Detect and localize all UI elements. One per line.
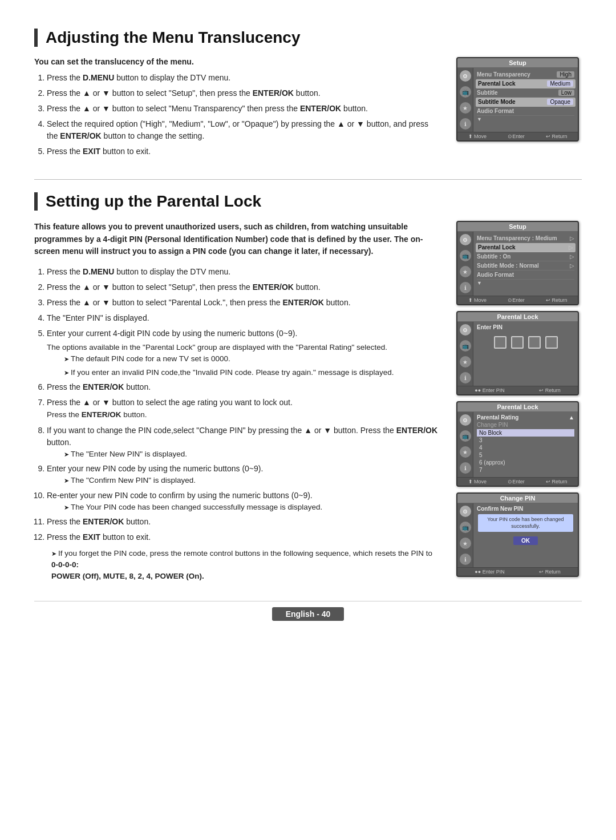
section1-text: You can set the translucency of the menu…	[34, 57, 439, 162]
menu-row-parental: Parental Lock Medium	[476, 79, 576, 88]
screen2-titlebar: Setup	[457, 222, 578, 232]
m2-transparency: Menu Transparency : Medium ▷	[477, 234, 574, 243]
icon-settings: ⚙	[460, 70, 471, 82]
screen1-body: ⚙ 📺 ★ ℹ Menu Transparency High Parental …	[457, 68, 578, 132]
screen1-icons: ⚙ 📺 ★ ℹ	[457, 68, 473, 132]
screen2-body: ⚙ 📺 ★ ℹ Menu Transparency : Medium ▷ Par…	[457, 232, 578, 296]
icon-pin-tv: 📺	[460, 340, 471, 352]
icon-rating-info: ℹ	[460, 462, 471, 474]
section2-steps: Press the D.MENU button to display the D…	[47, 266, 439, 543]
icon-cp-tv: 📺	[460, 522, 471, 533]
note-confirm-new-pin: The "Confirm New PIN" is displayed.	[64, 475, 439, 486]
step1-5: Press the EXIT button to exit.	[47, 146, 439, 158]
section2-content: This feature allows you to prevent unaut…	[34, 221, 582, 584]
screen-rating-icons: ⚙ 📺 ★ ℹ	[457, 412, 473, 477]
p-step12: Press the EXIT button to exit.	[47, 531, 439, 543]
rating-header: Parental Rating ▲	[477, 414, 574, 421]
menu-arrow-down: ▼	[477, 116, 574, 123]
note-forget-pin: If you forget the PIN code, press the re…	[51, 548, 439, 581]
screen-pin-menu: Enter PIN	[473, 322, 578, 386]
icon-pin-star: ★	[460, 356, 471, 368]
p-step3: Press the ▲ or ▼ button to select "Paren…	[47, 297, 439, 309]
icon-cp-settings: ⚙	[460, 506, 471, 517]
icon-pin-settings: ⚙	[460, 324, 471, 336]
m2-parental: Parental Lock ▷	[476, 243, 576, 252]
note-enter-new-pin: The "Enter New PIN" is displayed.	[64, 449, 439, 460]
screen2-nav: ⬆ Move ⊙Enter ↩ Return	[457, 296, 578, 304]
pin-box-1	[494, 336, 506, 349]
menu-row-subtitle: Subtitle Low	[477, 88, 574, 98]
rating-5: 5	[477, 451, 574, 459]
screen-pin: Parental Lock ⚙ 📺 ★ ℹ Enter PIN	[456, 311, 579, 395]
p-step10: Re-enter your new PIN code to confirm by…	[47, 490, 439, 513]
rating-list: No Block 3 4 5 6 (approx) 7	[477, 429, 574, 474]
icon-rating-tv: 📺	[460, 430, 471, 442]
screen-pin-nav: ●● Enter PIN ↩ Return	[457, 386, 578, 394]
rating-3: 3	[477, 437, 574, 444]
screen1-menu: Menu Transparency High Parental Lock Med…	[473, 68, 578, 132]
icon2-settings: ⚙	[460, 234, 471, 245]
m2-subtitle: Subtitle : On ▷	[477, 252, 574, 261]
screen1-titlebar: Setup	[457, 58, 578, 68]
icon-rating-star: ★	[460, 446, 471, 458]
screen-pin-body: ⚙ 📺 ★ ℹ Enter PIN	[457, 322, 578, 386]
section2-text: This feature allows you to prevent unaut…	[34, 221, 439, 584]
icon-info: ℹ	[460, 118, 471, 130]
icon-tv: 📺	[460, 86, 471, 98]
m2-audio: Audio Format	[477, 270, 574, 280]
pin-box-2	[511, 336, 524, 349]
icon2-tv: 📺	[460, 250, 471, 261]
section1-steps: Press the D.MENU button to display the D…	[47, 72, 439, 158]
note-default-pin: The default PIN code for a new TV set is…	[64, 353, 439, 365]
screen1-nav: ⬆ Move ⊙Enter ↩ Return	[457, 132, 578, 140]
p-step5: Enter your current 4-digit PIN code by u…	[47, 328, 439, 378]
pin-changed-msg: Your PIN code has been changed successfu…	[478, 514, 573, 532]
rating-6: 6 (approx)	[477, 459, 574, 466]
p-step2: Press the ▲ or ▼ button to select "Setup…	[47, 281, 439, 293]
icon-pin-info: ℹ	[460, 372, 471, 383]
rating-7: 7	[477, 466, 574, 474]
pin-box-3	[528, 336, 541, 349]
section1-screens: Setup ⚙ 📺 ★ ℹ Menu Transparency High Par…	[456, 57, 582, 162]
screen-pin-icons: ⚙ 📺 ★ ℹ	[457, 322, 473, 386]
screen-changepin-nav: ●● Enter PIN ↩ Return	[457, 567, 578, 576]
screen-rating-menu: Parental Rating ▲ Change PIN No Block 3 …	[473, 412, 578, 477]
section1-title: Adjusting the Menu Translucency	[34, 29, 582, 47]
note-invalid-pin: If you enter an invalid PIN code,the "In…	[64, 367, 439, 378]
step1-3: Press the ▲ or ▼ button to select "Menu …	[47, 103, 439, 115]
ok-button-area: OK	[477, 534, 574, 547]
p-step1: Press the D.MENU button to display the D…	[47, 266, 439, 278]
screen2-icons: ⚙ 📺 ★ ℹ	[457, 232, 473, 296]
screen-changepin-icons: ⚙ 📺 ★ ℹ	[457, 503, 473, 567]
icon2-star: ★	[460, 266, 471, 277]
screen-changepin: Change PIN ⚙ 📺 ★ ℹ Confirm New PIN Your …	[456, 492, 579, 577]
page-footer: English - 40	[34, 601, 582, 621]
screen-changepin-body: ⚙ 📺 ★ ℹ Confirm New PIN Your PIN code ha…	[457, 503, 578, 567]
confirm-new-pin-label: Confirm New PIN	[477, 506, 574, 512]
screen-changepin-titlebar: Change PIN	[457, 494, 578, 503]
step1-2: Press the ▲ or ▼ button to select "Setup…	[47, 87, 439, 99]
section2-intro: This feature allows you to prevent unaut…	[34, 221, 439, 258]
page-number-badge: English - 40	[272, 607, 345, 621]
icon-cp-star: ★	[460, 538, 471, 549]
p-step11: Press the ENTER/OK button.	[47, 516, 439, 528]
icon2-info: ℹ	[460, 282, 471, 293]
ok-button[interactable]: OK	[513, 536, 538, 545]
p-step4: The "Enter PIN" is displayed.	[47, 312, 439, 324]
p-step8: If you want to change the PIN code,selec…	[47, 425, 439, 460]
screen-pin-titlebar: Parental Lock	[457, 312, 578, 322]
icon-cp-info: ℹ	[460, 554, 471, 565]
m2-subtitle-mode: Subtitle Mode : Normal ▷	[477, 261, 574, 270]
section1-intro: You can set the translucency of the menu…	[34, 57, 439, 66]
enter-pin-label: Enter PIN	[477, 324, 574, 330]
screen-rating-titlebar: Parental Lock	[457, 402, 578, 412]
screen-rating: Parental Lock ⚙ 📺 ★ ℹ Parental Rating ▲ …	[456, 401, 579, 487]
section2-title: Setting up the Parental Lock	[34, 192, 582, 211]
screen-rating-nav: ⬆ Move ⊙Enter ↩ Return	[457, 477, 578, 486]
p-step6: Press the ENTER/OK button.	[47, 381, 439, 393]
m2-arrow-down: ▼	[477, 280, 574, 286]
screen-changepin-menu: Confirm New PIN Your PIN code has been c…	[473, 503, 578, 567]
rating-no-block: No Block	[477, 429, 574, 437]
step1-4: Select the required option ("High", "Med…	[47, 118, 439, 142]
section1-content: You can set the translucency of the menu…	[34, 57, 582, 162]
